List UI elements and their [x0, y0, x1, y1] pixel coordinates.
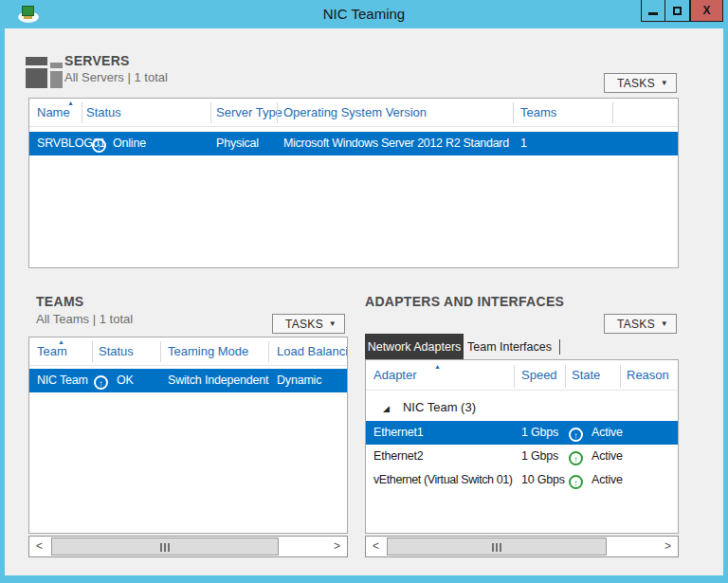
team-name: NIC Team	[37, 369, 88, 392]
teams-tasks-label: TASKS	[285, 318, 323, 331]
adapter-group-nic-team[interactable]: ◢NIC Team (3)	[383, 400, 476, 414]
teams-col-teaming-mode[interactable]: Teaming Mode	[168, 337, 248, 366]
sort-ascending-icon: ▲	[67, 100, 74, 106]
tab-team-interfaces[interactable]: Team Interfaces	[464, 334, 555, 360]
adapters-col-reason[interactable]: Reason	[627, 360, 669, 391]
servers-col-server-type[interactable]: Server Type	[216, 99, 282, 127]
nic-teaming-window: NIC Teaming X SERVERS All Servers | 1 to…	[0, 0, 728, 583]
tab-caret	[559, 339, 560, 355]
servers-col-status[interactable]: Status	[86, 99, 121, 127]
teams-table-header: Team ▲ Status Teaming Mode Load Balancin…	[29, 337, 347, 366]
adapter-row-vethernet[interactable]: vEthernet (Virtual Switch 01) 10 Gbps ↑ …	[366, 468, 678, 492]
adapter-state: Active	[592, 445, 623, 468]
adapter-row-ethernet1[interactable]: Ethernet1 1 Gbps ↑ Active	[366, 421, 678, 445]
status-up-icon: ↑	[94, 375, 108, 390]
minimize-button[interactable]	[641, 0, 665, 22]
server-type: Physical	[216, 132, 259, 155]
servers-tasks-label: TASKS	[617, 77, 655, 90]
adapter-name: Ethernet1	[373, 421, 423, 445]
scrollbar-grip-icon	[491, 538, 502, 556]
title-bar: NIC Teaming X	[0, 0, 728, 28]
status-up-icon: ↑	[569, 451, 583, 465]
minimize-icon	[648, 12, 658, 15]
adapters-heading: ADAPTERS AND INTERFACES	[365, 294, 564, 309]
servers-subtitle: All Servers | 1 total	[64, 70, 168, 84]
team-teaming-mode: Switch Independent	[168, 369, 268, 392]
scrollbar-grip-icon	[159, 538, 171, 556]
group-label: NIC Team (3)	[403, 400, 476, 414]
status-up-icon: ↑	[569, 428, 583, 442]
adapter-name: vEthernet (Virtual Switch 01)	[373, 468, 513, 492]
teams-heading: TEAMS	[36, 294, 84, 309]
adapters-horizontal-scrollbar: < >	[365, 536, 679, 557]
group-expanded-icon[interactable]: ◢	[383, 404, 390, 413]
maximize-icon	[673, 7, 682, 15]
server-teams-count: 1	[520, 132, 527, 155]
servers-col-os-version[interactable]: Operating System Version	[283, 99, 427, 127]
sort-ascending-icon: ▲	[58, 338, 64, 345]
window-controls: X	[641, 0, 723, 22]
adapter-speed: 1 Gbps	[521, 421, 558, 445]
teams-subtitle: All Teams | 1 total	[36, 312, 133, 326]
servers-icon	[26, 52, 64, 88]
maximize-button[interactable]	[665, 0, 690, 22]
scroll-left-icon[interactable]: <	[366, 537, 386, 556]
adapter-name: Ethernet2	[373, 445, 423, 468]
servers-col-name[interactable]: Name	[37, 99, 70, 127]
adapters-col-adapter[interactable]: Adapter	[373, 360, 417, 391]
teams-col-load-balancing[interactable]: Load Balancing	[277, 337, 348, 366]
status-up-icon: ↑	[92, 138, 106, 153]
adapters-col-state[interactable]: State	[572, 360, 600, 391]
team-load-balancing: Dynamic	[277, 369, 321, 392]
server-status: Online	[113, 132, 146, 155]
servers-col-teams[interactable]: Teams	[520, 99, 556, 127]
servers-table: Name ▲ Status Server Type Operating Syst…	[28, 98, 679, 268]
status-up-icon: ↑	[569, 475, 583, 489]
server-os-version: Microsoft Windows Server 2012 R2 Standar…	[283, 132, 509, 155]
adapters-table: Adapter ▲ Speed State Reason ◢NIC Team (…	[365, 359, 679, 534]
adapters-tasks-label: TASKS	[617, 318, 655, 331]
adapters-col-speed[interactable]: Speed	[521, 360, 557, 391]
scroll-right-icon[interactable]: >	[658, 537, 678, 556]
scroll-left-icon[interactable]: <	[29, 537, 49, 556]
servers-tasks-button[interactable]: TASKS ▼	[604, 73, 677, 93]
content-area: SERVERS All Servers | 1 total TASKS ▼ Na…	[5, 28, 723, 575]
adapter-state: Active	[592, 468, 623, 492]
teams-row-nic-team[interactable]: NIC Team ↑ OK Switch Independent Dynamic	[29, 369, 347, 392]
teams-horizontal-scrollbar: < >	[28, 536, 348, 557]
scroll-right-icon[interactable]: >	[327, 537, 347, 556]
servers-table-header: Name ▲ Status Server Type Operating Syst…	[29, 99, 678, 127]
teams-scrollbar-thumb[interactable]	[51, 537, 279, 556]
dropdown-arrow-icon: ▼	[661, 79, 668, 87]
servers-row-srvblog01[interactable]: SRVBLOG01 ↑ Online Physical Microsoft Wi…	[29, 132, 678, 155]
adapter-speed: 10 Gbps	[521, 468, 565, 492]
adapters-tasks-button[interactable]: TASKS ▼	[604, 314, 677, 334]
adapter-speed: 1 Gbps	[521, 445, 558, 468]
adapter-state: Active	[592, 421, 623, 445]
sort-ascending-icon: ▲	[434, 363, 441, 370]
close-button[interactable]: X	[690, 0, 723, 22]
adapters-panel: Network Adapters Team Interfaces Adapter…	[365, 334, 679, 534]
adapters-table-header: Adapter ▲ Speed State Reason	[366, 360, 678, 391]
team-status: OK	[117, 369, 134, 392]
adapters-scrollbar-thumb[interactable]	[387, 537, 607, 556]
dropdown-arrow-icon: ▼	[661, 319, 668, 328]
teams-col-status[interactable]: Status	[99, 337, 134, 366]
teams-tasks-button[interactable]: TASKS ▼	[272, 314, 345, 334]
tab-network-adapters[interactable]: Network Adapters	[365, 334, 464, 360]
servers-heading: SERVERS	[64, 53, 130, 68]
adapter-row-ethernet2[interactable]: Ethernet2 1 Gbps ↑ Active	[366, 445, 678, 468]
window-title: NIC Teaming	[0, 0, 728, 28]
dropdown-arrow-icon: ▼	[329, 319, 337, 328]
teams-table: Team ▲ Status Teaming Mode Load Balancin…	[28, 337, 348, 534]
